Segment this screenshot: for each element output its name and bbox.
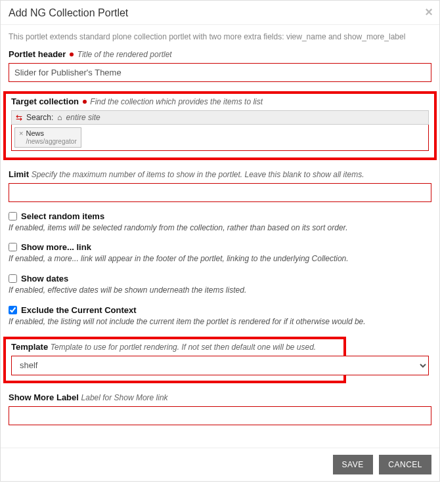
cancel-button[interactable]: CANCEL — [379, 455, 431, 474]
home-icon: ⌂ — [57, 113, 62, 122]
search-label: Search: — [26, 113, 53, 122]
showmore-label-help: Label for Show More link — [81, 393, 168, 402]
template-help: Template to use for portlet rendering. I… — [51, 343, 316, 352]
target-search-bar[interactable]: ⇆ Search: ⌂ entire site — [11, 110, 429, 125]
dates-label: Show dates — [21, 274, 68, 284]
portlet-header-help: Title of the rendered portlet — [77, 50, 172, 59]
field-exclude: Exclude the Current Context If enabled, … — [9, 305, 431, 327]
showmore-desc: If enabled, a more... link will appear i… — [9, 253, 431, 264]
dialog-body: This portlet extends standard plone coll… — [1, 25, 439, 448]
exclude-desc: If enabled, the listing will not include… — [9, 316, 431, 327]
template-label: Template — [11, 342, 48, 352]
portlet-header-label: Portlet header — [9, 49, 66, 59]
target-label: Target collection — [11, 96, 79, 106]
field-portlet-header: Portlet header Title of the rendered por… — [9, 49, 431, 82]
search-scope: entire site — [66, 113, 100, 122]
field-showmore: Show more... link If enabled, a more... … — [9, 242, 431, 264]
required-icon — [83, 100, 87, 104]
showmore-label: Show more... link — [21, 242, 91, 252]
dates-desc: If enabled, effective dates will be show… — [9, 285, 431, 296]
dates-checkbox[interactable] — [9, 274, 17, 283]
field-random: Select random items If enabled, items wi… — [9, 211, 431, 234]
dialog-title: Add NG Collection Portlet — [9, 7, 128, 18]
token-name: News — [26, 129, 76, 138]
showmore-label-input[interactable] — [9, 406, 431, 425]
token-remove-icon[interactable]: × — [19, 129, 23, 138]
field-showmore-label: Show More Label Label for Show More link — [9, 392, 431, 425]
field-dates: Show dates If enabled, effective dates w… — [9, 274, 431, 296]
required-icon — [70, 52, 74, 56]
random-desc: If enabled, items will be selected rando… — [9, 222, 431, 234]
showmore-label-label: Show More Label — [9, 392, 79, 402]
target-token[interactable]: × News /news/aggregator — [14, 127, 81, 148]
tree-icon: ⇆ — [16, 113, 22, 122]
highlight-target: Target collection Find the collection wh… — [3, 91, 437, 160]
limit-help: Specify the maximum number of items to s… — [32, 170, 364, 179]
limit-label: Limit — [9, 169, 29, 179]
random-checkbox[interactable] — [9, 212, 17, 220]
random-label: Select random items — [21, 211, 104, 221]
portlet-header-input[interactable] — [9, 63, 431, 82]
close-icon[interactable]: × — [425, 5, 433, 20]
dialog: Add NG Collection Portlet × This portlet… — [0, 0, 440, 482]
exclude-label: Exclude the Current Context — [21, 305, 137, 315]
exclude-checkbox[interactable] — [9, 306, 17, 314]
template-select[interactable]: shelf — [11, 356, 429, 375]
field-template: Template Template to use for portlet ren… — [9, 337, 431, 383]
save-button[interactable]: SAVE — [333, 455, 373, 474]
intro-text: This portlet extends standard plone coll… — [9, 32, 431, 43]
dialog-header: Add NG Collection Portlet × — [1, 1, 439, 25]
dialog-footer: SAVE CANCEL — [1, 448, 439, 481]
showmore-checkbox[interactable] — [9, 243, 17, 251]
target-token-row[interactable]: × News /news/aggregator — [11, 125, 429, 151]
token-path: /news/aggregator — [26, 138, 76, 146]
field-target-collection: Target collection Find the collection wh… — [9, 91, 431, 160]
field-limit: Limit Specify the maximum number of item… — [9, 169, 431, 202]
limit-input[interactable] — [9, 183, 431, 202]
target-help: Find the collection which provides the i… — [90, 97, 263, 106]
